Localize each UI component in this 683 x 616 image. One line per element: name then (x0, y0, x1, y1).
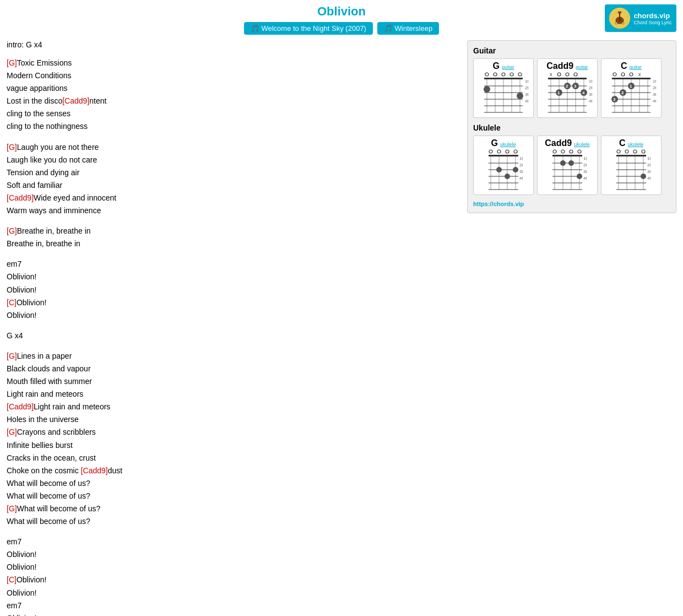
chord-inline[interactable]: [Cadd9] (81, 466, 108, 475)
lyric-text: Lines in a paper (17, 352, 72, 360)
chord-cadd9-ukulele-link[interactable]: ukulele (574, 142, 590, 147)
lyric-block-verse1: [G]Toxic Emissions Modern Conditions vag… (7, 57, 458, 133)
lyric-text: Choke on the cosmic (7, 466, 81, 475)
svg-text:1fr: 1fr (583, 156, 587, 161)
cadd9-ukulele-diagram: 1fr 2fr 3fr 4fr (548, 148, 587, 192)
svg-point-107 (578, 150, 581, 153)
logo-main-text: chords.vip (633, 12, 670, 20)
lyric-block-chorus2: em7 Oblivion! Oblivion! [C]Oblivion! Obl… (7, 536, 458, 616)
svg-point-124 (577, 174, 582, 179)
chord-inline[interactable]: [G] (7, 504, 17, 513)
svg-text:3fr: 3fr (525, 92, 528, 97)
lyric-text: Oblivion! (17, 298, 46, 307)
svg-text:4fr: 4fr (653, 99, 656, 104)
lyric-text: Toxic Emissions (17, 58, 72, 67)
svg-point-13 (518, 73, 522, 76)
chord-cadd9-guitar: Cadd9 guitar x (537, 58, 598, 118)
chord-g-guitar-link[interactable]: guitar (502, 64, 514, 70)
lyric-block-interlude: G x4 (7, 329, 458, 342)
chord-c-guitar-link[interactable]: guitar (630, 64, 642, 70)
ukulele-chord-row: G ukulele (473, 136, 670, 195)
chord-inline[interactable]: [G] (7, 352, 17, 360)
chord-inline[interactable]: [G] (7, 58, 17, 67)
lyric-text: Black clouds and vapour (7, 364, 91, 373)
svg-text:2fr: 2fr (589, 85, 592, 90)
svg-text:2: 2 (566, 84, 568, 89)
chord-inline[interactable]: [G] (7, 143, 17, 152)
chord-cadd9-ukulele-name: Cadd9 (545, 138, 572, 148)
ukulele-section-title: Ukulele (473, 123, 670, 132)
svg-point-12 (510, 73, 513, 76)
chord-g-guitar-name: G (493, 61, 500, 71)
svg-point-125 (617, 150, 620, 153)
lyric-text: What will become of us? (7, 517, 90, 526)
svg-point-9 (485, 73, 489, 76)
svg-text:x: x (550, 72, 552, 77)
svg-point-34 (574, 73, 577, 76)
chord-inline[interactable]: [Cadd9] (62, 96, 89, 105)
lyric-text: Oblivion! (7, 588, 36, 597)
svg-text:2fr: 2fr (647, 163, 651, 167)
lyric-text: dust (108, 466, 122, 475)
lyric-text: Oblivion! (7, 285, 36, 294)
svg-text:1fr: 1fr (519, 156, 523, 161)
lyric-text: Breathe in, breathe in (17, 226, 91, 235)
chord-c-ukulele: C ukulele (601, 136, 662, 195)
svg-point-123 (568, 160, 574, 166)
svg-text:3: 3 (613, 97, 616, 102)
svg-rect-108 (552, 155, 582, 156)
svg-point-58 (613, 73, 616, 76)
svg-text:2fr: 2fr (583, 163, 587, 167)
chord-g-ukulele-link[interactable]: ukulele (500, 142, 516, 147)
lyric-text: ntent (89, 96, 106, 105)
svg-text:1fr: 1fr (525, 79, 528, 84)
svg-point-86 (514, 150, 517, 153)
chord-inline[interactable]: [Cadd9] (7, 402, 34, 411)
svg-point-104 (553, 150, 556, 153)
chord-inline[interactable]: [Cadd9] (7, 193, 34, 202)
chord-g-ukulele: G ukulele (473, 136, 534, 195)
chord-c-ukulele-link[interactable]: ukulele (628, 142, 644, 147)
chord-inline[interactable]: [C] (7, 575, 17, 584)
album-links: 🎵 Welcome to the Night Sky (2007) 🎵 Wint… (7, 22, 676, 35)
lyric-block-chorus1: em7 Oblivion! Oblivion! [C]Oblivion! Obl… (7, 258, 458, 321)
svg-text:4: 4 (582, 90, 585, 95)
svg-text:4fr: 4fr (519, 176, 523, 181)
chord-cadd9-ukulele: Cadd9 ukulele (537, 136, 598, 195)
album2-link[interactable]: 🎵 Wintersleep (377, 22, 439, 35)
svg-rect-129 (616, 155, 646, 156)
c-guitar-diagram: x 1fr 2fr (606, 71, 656, 115)
lyric-text: Mouth filled with summer (7, 377, 92, 386)
lyric-text: em7 (7, 601, 21, 610)
svg-point-84 (497, 150, 501, 153)
svg-text:3fr: 3fr (589, 92, 592, 97)
logo-area: chords.vip Chord Song Lyric (605, 4, 676, 32)
lyric-text: Oblivion! (7, 563, 36, 571)
lyric-text: What will become of us? (7, 479, 90, 488)
chord-inline[interactable]: [G] (7, 428, 17, 436)
svg-text:3fr: 3fr (519, 169, 523, 174)
chord-inline[interactable]: [G] (7, 226, 17, 235)
svg-text:1: 1 (630, 84, 632, 89)
svg-rect-62 (612, 78, 651, 79)
lyric-text: Oblivion! (7, 550, 36, 559)
chord-c-guitar-name: C (621, 61, 627, 71)
chord-cadd9-guitar-link[interactable]: guitar (576, 64, 588, 70)
c-ukulele-diagram: 1fr 2fr 3fr 4fr (612, 148, 651, 192)
svg-point-59 (621, 73, 625, 76)
svg-point-29 (484, 86, 490, 93)
lyrics-container: [G]Toxic Emissions Modern Conditions vag… (7, 57, 458, 616)
lyric-text: Laugh you are not there (17, 143, 99, 152)
svg-point-85 (506, 150, 509, 153)
chord-panel-url[interactable]: https://chords.vip (473, 201, 670, 207)
svg-text:4fr: 4fr (583, 176, 587, 181)
svg-point-30 (517, 93, 523, 99)
logo-icon (609, 8, 630, 29)
svg-text:3: 3 (574, 84, 577, 89)
album1-link[interactable]: 🎵 Welcome to the Night Sky (2007) (244, 22, 373, 35)
lyric-text: Lost in the disco (7, 96, 62, 105)
lyric-text: em7 (7, 260, 21, 268)
svg-text:1fr: 1fr (647, 156, 651, 161)
chord-inline[interactable]: [C] (7, 298, 17, 307)
chord-g-ukulele-name: G (491, 138, 498, 148)
